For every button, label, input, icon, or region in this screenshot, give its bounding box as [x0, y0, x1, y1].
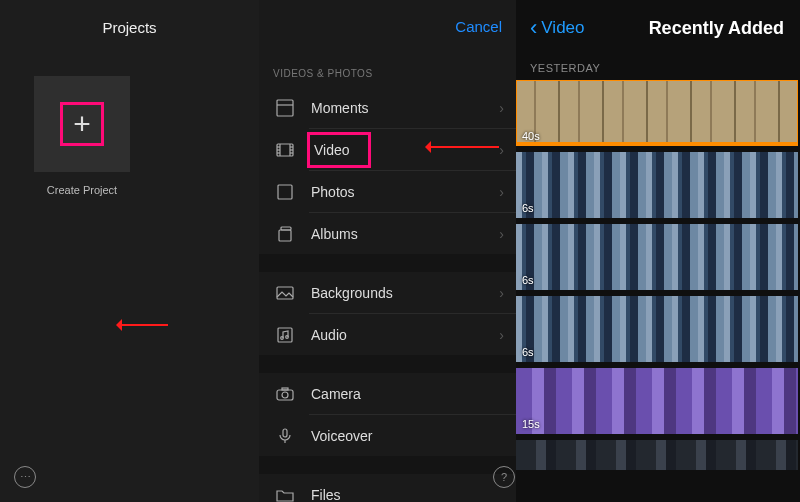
camera-icon [273, 385, 297, 403]
svg-rect-11 [278, 185, 292, 199]
svg-rect-14 [277, 287, 293, 299]
files-icon [273, 486, 297, 503]
more-icon: ⋯ [20, 471, 31, 484]
chevron-right-icon: › [499, 285, 516, 301]
albums-icon [273, 225, 297, 243]
svg-rect-13 [281, 227, 291, 230]
clip-row[interactable]: 6s [516, 296, 798, 362]
more-button[interactable]: ⋯ [14, 466, 36, 488]
help-button[interactable]: ? [493, 466, 515, 488]
clip-row[interactable]: 6s [516, 152, 798, 218]
clip-row[interactable]: 15s [516, 368, 798, 434]
day-section-label: YESTERDAY [516, 56, 800, 80]
svg-rect-15 [278, 328, 292, 342]
media-grid-panel: ‹ Video Recently Added YESTERDAY 40s 6s … [516, 0, 800, 502]
section-header-videos-photos: VIDEOS & PHOTOS [259, 56, 516, 87]
list-item-audio[interactable]: Audio › [259, 314, 516, 355]
create-project-label: Create Project [22, 184, 142, 196]
chevron-right-icon: › [499, 226, 516, 242]
plus-icon: + [73, 109, 91, 139]
media-browser-panel: Cancel VIDEOS & PHOTOS Moments › Video ›… [259, 0, 516, 502]
list-item-camera[interactable]: Camera [259, 373, 516, 414]
create-project-tile[interactable]: + [34, 76, 130, 172]
help-icon: ? [501, 471, 507, 483]
video-icon [273, 141, 297, 159]
chevron-right-icon: › [499, 142, 516, 158]
list-item-voiceover[interactable]: Voiceover [259, 415, 516, 456]
svg-rect-20 [282, 388, 288, 390]
list-item-video[interactable]: Video › [259, 129, 516, 170]
svg-point-16 [281, 336, 284, 339]
back-button[interactable]: ‹ Video [530, 17, 585, 39]
photos-icon [273, 183, 297, 201]
page-title: Recently Added [585, 18, 786, 39]
chevron-left-icon: ‹ [530, 17, 537, 39]
list-item-moments[interactable]: Moments › [259, 87, 516, 128]
svg-point-17 [286, 335, 289, 338]
chevron-right-icon: › [499, 100, 516, 116]
svg-rect-12 [279, 230, 291, 241]
annotation-arrow [427, 146, 499, 148]
chevron-right-icon: › [499, 327, 516, 343]
clip-row[interactable]: 6s [516, 224, 798, 290]
moments-icon [273, 99, 297, 117]
annotation-arrow [118, 324, 168, 326]
chevron-right-icon: › [499, 184, 516, 200]
svg-rect-21 [283, 429, 287, 437]
voiceover-icon [273, 427, 297, 445]
list-item-albums[interactable]: Albums › [259, 213, 516, 254]
svg-rect-0 [277, 100, 293, 116]
list-item-backgrounds[interactable]: Backgrounds › [259, 272, 516, 313]
svg-point-19 [282, 392, 288, 398]
projects-panel: Projects + Create Project ⋯ [0, 0, 259, 502]
clip-row[interactable]: 40s [516, 80, 798, 146]
audio-icon [273, 326, 297, 344]
projects-header: Projects [0, 0, 259, 56]
backgrounds-icon [273, 284, 297, 302]
list-item-photos[interactable]: Photos › [259, 171, 516, 212]
list-item-files[interactable]: Files [259, 474, 516, 502]
cancel-button[interactable]: Cancel [455, 18, 502, 35]
clip-row[interactable] [516, 440, 798, 470]
